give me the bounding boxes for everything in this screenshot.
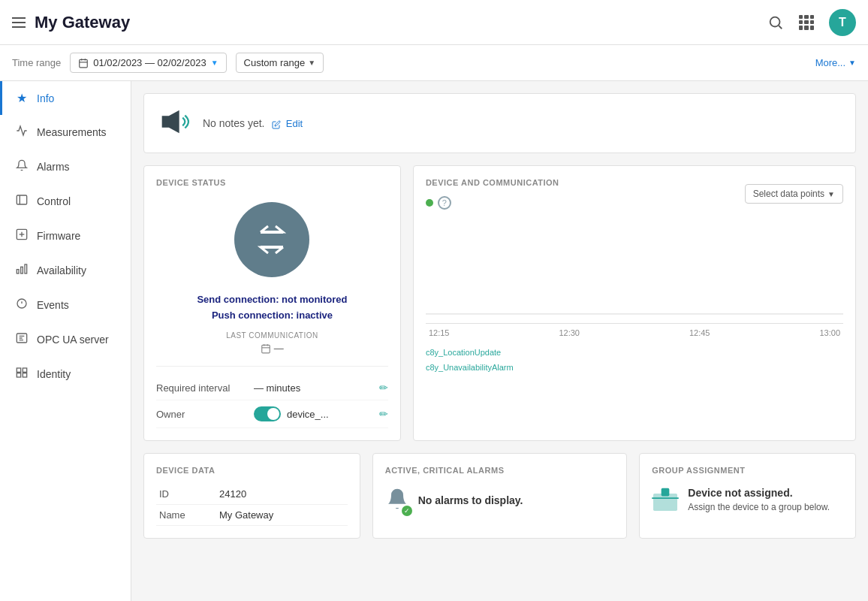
- timeline-label-0: 12:15: [429, 328, 450, 337]
- more-button[interactable]: More... ▼: [815, 57, 856, 68]
- edit-required-interval-button[interactable]: ✏: [379, 382, 388, 394]
- svg-rect-30: [662, 488, 670, 497]
- group-icon: [652, 487, 679, 511]
- comm-status: ?: [426, 196, 559, 210]
- sidebar-item-label: Firmware: [37, 230, 80, 242]
- no-alarms-section: ✓ No alarms to display.: [385, 487, 615, 513]
- device-data-card: DEVICE DATA ID 24120 Name My Gateway: [143, 453, 360, 539]
- device-icon-wrapper: [156, 202, 388, 277]
- sidebar-item-events[interactable]: Events: [0, 288, 131, 322]
- event-item-0[interactable]: c8y_LocationUpdate: [426, 345, 843, 360]
- svg-rect-11: [25, 264, 27, 273]
- menu-button[interactable]: [12, 17, 26, 28]
- comm-header: DEVICE AND COMMUNICATION ? Select data p…: [426, 178, 843, 210]
- control-icon: [14, 194, 29, 209]
- help-icon[interactable]: ?: [438, 196, 451, 210]
- group-sub-text: Assign the device to a group below.: [688, 502, 830, 512]
- date-value: 01/02/2023 — 02/02/2023: [93, 57, 206, 68]
- owner-value: device_...: [287, 409, 373, 420]
- chart-icon: [14, 125, 29, 140]
- group-main-text: Device not assigned.: [688, 487, 830, 499]
- sidebar-item-availability[interactable]: Availability: [0, 253, 131, 288]
- svg-rect-23: [262, 345, 270, 353]
- name-label: Name: [156, 505, 216, 526]
- sidebar-item-identity[interactable]: Identity: [0, 357, 131, 391]
- sidebar-item-label: Identity: [37, 368, 71, 380]
- firmware-icon: [14, 228, 29, 243]
- svg-line-1: [779, 26, 782, 29]
- edit-link[interactable]: Edit: [272, 118, 303, 129]
- group-text: Device not assigned. Assign the device t…: [688, 487, 830, 512]
- sidebar: ★ Info Measurements Alarms Control Fir: [0, 81, 131, 601]
- notes-text: No notes yet.: [203, 117, 265, 129]
- svg-rect-29: [653, 497, 680, 499]
- sidebar-item-label: Events: [37, 299, 69, 311]
- sidebar-item-label: OPC UA server: [37, 334, 109, 346]
- device-fields: Required interval — minutes ✏ Owner devi…: [156, 366, 388, 428]
- table-row: ID 24120: [156, 484, 348, 505]
- notes-content: No notes yet. Edit: [203, 117, 303, 129]
- alarm-check-icon: ✓: [402, 506, 412, 516]
- device-status-title: DEVICE STATUS: [156, 178, 388, 187]
- connection-icon: [234, 202, 309, 277]
- sidebar-item-measurements[interactable]: Measurements: [0, 115, 131, 149]
- sidebar-item-opc-ua[interactable]: OPC UA server: [0, 322, 131, 357]
- edit-owner-button[interactable]: ✏: [379, 408, 388, 420]
- svg-rect-19: [23, 373, 26, 377]
- svg-marker-20: [162, 110, 179, 134]
- alarms-title: ACTIVE, CRITICAL ALARMS: [385, 466, 615, 475]
- timeline-label-3: 13:00: [819, 328, 840, 337]
- chevron-down-icon: ▼: [211, 59, 219, 67]
- search-icon: [767, 14, 784, 31]
- identity-icon: [14, 367, 29, 382]
- sidebar-item-firmware[interactable]: Firmware: [0, 219, 131, 253]
- svg-rect-13: [17, 270, 19, 273]
- header: My Gateway T: [0, 0, 868, 45]
- opc-ua-icon: [14, 332, 29, 347]
- timeline-label-2: 12:45: [689, 328, 710, 337]
- header-left: My Gateway: [12, 13, 130, 32]
- sidebar-item-control[interactable]: Control: [0, 184, 131, 219]
- chart-timeline: 12:15 12:30 12:45 13:00: [426, 323, 843, 337]
- svg-rect-2: [80, 59, 88, 68]
- sidebar-item-label: Info: [37, 92, 54, 104]
- table-row: Name My Gateway: [156, 505, 348, 526]
- search-button[interactable]: [767, 14, 784, 31]
- date-selector[interactable]: 01/02/2023 — 02/02/2023 ▼: [70, 53, 226, 73]
- no-alarms-text: No alarms to display.: [418, 494, 523, 506]
- alarms-card: ACTIVE, CRITICAL ALARMS ✓ No alarms to d…: [372, 453, 628, 539]
- sidebar-item-info[interactable]: ★ Info: [0, 81, 131, 115]
- last-comm-value: —: [156, 343, 388, 355]
- chart-area: 12:15 12:30 12:45 13:00 c8y_LocationUpda…: [426, 225, 843, 428]
- menu-icon: [12, 17, 26, 28]
- page-title: My Gateway: [35, 13, 130, 32]
- megaphone-wrapper: [156, 107, 194, 140]
- custom-range-button[interactable]: Custom range ▼: [236, 53, 324, 73]
- star-icon: ★: [14, 91, 29, 105]
- svg-rect-17: [23, 368, 26, 372]
- svg-rect-12: [21, 267, 23, 273]
- calendar-icon: [78, 58, 89, 68]
- event-item-1[interactable]: c8y_UnavailabilityAlarm: [426, 360, 843, 375]
- owner-toggle[interactable]: [254, 406, 281, 421]
- custom-range-label: Custom range: [244, 57, 306, 68]
- timeline-label-1: 12:30: [559, 328, 580, 337]
- group-title: GROUP ASSIGNMENT: [652, 466, 843, 475]
- last-comm-dash: —: [274, 343, 284, 354]
- id-value: 24120: [216, 484, 348, 505]
- connection-status: Send connection: not monitored Push conn…: [156, 292, 388, 324]
- sidebar-item-alarms[interactable]: Alarms: [0, 149, 131, 184]
- svg-rect-18: [17, 373, 20, 377]
- online-status-dot: [426, 199, 433, 207]
- edit-label: Edit: [286, 118, 303, 129]
- select-data-points-button[interactable]: Select data points ▼: [745, 184, 843, 204]
- main-layout: ★ Info Measurements Alarms Control Fir: [0, 81, 868, 601]
- grid-button[interactable]: [799, 15, 814, 30]
- toolbar: Time range 01/02/2023 — 02/02/2023 ▼ Cus…: [0, 45, 868, 81]
- megaphone-icon: [156, 107, 191, 137]
- chart-events: c8y_LocationUpdate c8y_UnavailabilityAla…: [426, 345, 843, 375]
- bottom-card-row: DEVICE DATA ID 24120 Name My Gateway: [143, 453, 856, 539]
- avatar[interactable]: T: [829, 9, 856, 36]
- sidebar-item-label: Availability: [37, 264, 86, 276]
- chevron-down-icon: ▼: [308, 59, 315, 67]
